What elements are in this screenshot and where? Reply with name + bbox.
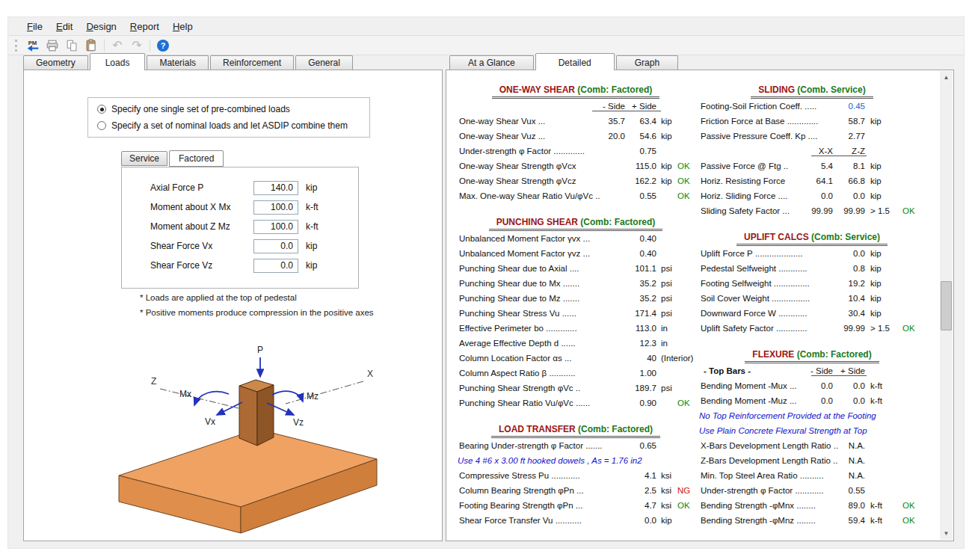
pm-report-button[interactable]: PM [24, 37, 42, 55]
z-axis-label: Z [151, 376, 156, 387]
copy-button[interactable] [63, 37, 81, 55]
report-row: Friction Force at Base .............58.7… [699, 114, 925, 129]
report-row: One-way Shear Vuz ...20.054.6kip [458, 129, 694, 144]
shear-force-vz-label: Shear Force Vz [150, 260, 253, 271]
tab-geometry[interactable]: Geometry [23, 55, 88, 70]
redo-icon: ↷ [132, 40, 141, 52]
app-window: FileEditDesignReportHelp PM [0, 0, 972, 560]
report-row: Footing Selfweight ...............19.2ki… [699, 276, 925, 291]
vx-shear-label: Vx [205, 416, 215, 427]
moment-about-z-mz-input[interactable] [253, 220, 298, 234]
report-row: Downward Force W ............30.4kip [699, 306, 925, 321]
menu-help[interactable]: Help [166, 19, 200, 34]
mx-moment-arrow [194, 392, 229, 405]
report-row: One-way Shear Strength φVcx115.0kipOK [458, 159, 694, 173]
report-row: Under-strength φ Factor .............0.7… [458, 144, 694, 159]
section-header: FLEXURE (Comb: Factored) [699, 347, 925, 361]
section-title: PUNCHING SHEAR [496, 217, 581, 227]
x-axis-line [286, 381, 363, 404]
report-row: Z-Bars Development Length Ratio ..N.A. [699, 453, 925, 468]
tab-general[interactable]: General [295, 55, 353, 70]
moment-about-z-mz-unit: k-ft [306, 221, 319, 232]
section-header: ONE-WAY SHEAR (Comb: Factored) [458, 82, 694, 96]
shear-force-vx-unit: kip [306, 241, 317, 251]
asdip-window: FileEditDesignReportHelp PM [7, 16, 965, 549]
report-row: Punching Shear due to Mz .......35.2psi [458, 291, 694, 306]
mx-moment-label: Mx [179, 389, 191, 399]
moment-about-x-mx-row: Moment about X Mxk-ft [122, 197, 358, 217]
report-section: SLIDING (Comb. Service)Footing-Soil Fric… [699, 82, 925, 218]
report-row: Footing Bearing Strength φPn ...4.7ksiOK [458, 498, 694, 513]
tab-loads[interactable]: Loads [90, 53, 146, 70]
axial-force-p-input[interactable] [253, 181, 298, 195]
copy-icon [64, 38, 79, 53]
report-row: Uplift Safety Factor .............99.99>… [699, 321, 925, 336]
report-note: No Top Reinforcement Provided at the Foo… [699, 408, 925, 423]
subtab-factored[interactable]: Factored [169, 150, 224, 167]
scroll-down-arrow-icon[interactable]: ▼ [940, 527, 953, 540]
load-case-tab-strip: ServiceFactored [121, 150, 225, 166]
subtab-service[interactable]: Service [121, 151, 167, 166]
shear-force-vx-row: Shear Force Vxkip [122, 236, 358, 256]
section-combination: (Comb. Service) [797, 84, 865, 95]
tab-materials[interactable]: Materials [147, 55, 209, 70]
load-footnotes: * Loads are applied at the top of pedest… [140, 290, 374, 320]
help-button[interactable]: ? [154, 37, 172, 55]
tab-at-a-glance[interactable]: At a Glance [449, 55, 534, 70]
section-title: SLIDING [758, 84, 797, 95]
report-row: Max. One-way Shear Ratio Vu/φVc ..0.55OK [458, 188, 694, 203]
undo-button[interactable]: ↶ [108, 37, 126, 55]
menu-file[interactable]: File [20, 19, 49, 34]
tab-reinforcement[interactable]: Reinforcement [210, 55, 294, 70]
load-mode-option-1[interactable]: Specify one single set of pre-combined l… [97, 104, 360, 114]
report-row: Horiz. Resisting Force64.166.8kip [699, 173, 925, 188]
load-mode-option-2[interactable]: Specify a set of nominal loads and let A… [97, 120, 360, 131]
tab-graph[interactable]: Graph [616, 55, 678, 70]
report-row: Bending Moment -Mux ...0.00.0k-ft [699, 378, 925, 393]
radio-unselected-icon [97, 121, 106, 130]
shear-force-vz-input[interactable] [253, 259, 298, 273]
footing-load-diagram: Z X P Mx Mz Vx Vz [108, 324, 392, 541]
mz-moment-label: Mz [307, 391, 319, 401]
shear-force-vx-input[interactable] [253, 239, 298, 253]
right-tab-strip: At a GlanceDetailedGraph [449, 53, 680, 70]
report-row: Under-strength φ Factor ............0.55 [699, 483, 925, 498]
axial-force-p-label: Axial Force P [150, 182, 253, 193]
menu-bar: FileEditDesignReportHelp [8, 17, 964, 35]
paste-button[interactable] [82, 37, 100, 55]
report-row: Bending Moment -Muz ...0.00.0k-ft [699, 393, 925, 408]
section-title: FLEXURE [752, 349, 796, 360]
section-combination: (Comb: Service) [811, 232, 880, 242]
section-combination: (Comb: Factored) [797, 349, 872, 360]
column-subheader: - Side+ Side [458, 99, 694, 114]
menu-design[interactable]: Design [79, 19, 123, 34]
toolbar-separator [104, 40, 105, 52]
moment-about-x-mx-label: Moment about X Mx [150, 202, 253, 212]
toolbar: PM [8, 35, 964, 55]
report-section: LOAD TRANSFER (Comb: Factored)Bearing Un… [458, 422, 694, 528]
report-note: Use Plain Concrete Flexural Strength at … [699, 423, 925, 438]
scroll-thumb[interactable] [941, 281, 952, 330]
report-row: Column Aspect Ratio β ...........1.00 [458, 366, 694, 381]
section-title: ONE-WAY SHEAR [499, 84, 578, 95]
section-combination: (Comb: Factored) [578, 424, 653, 434]
report-row: Average Effective Depth d ......12.3in [458, 336, 694, 351]
menu-report[interactable]: Report [123, 19, 166, 34]
radio-option-label: Specify one single set of pre-combined l… [111, 104, 290, 114]
shear-force-vz-row: Shear Force Vzkip [122, 256, 358, 275]
report-row: Punching Shear due to Mx .......35.2psi [458, 276, 694, 291]
print-button[interactable] [43, 37, 61, 55]
menu-edit[interactable]: Edit [49, 19, 79, 34]
results-scrollbar[interactable]: ▲ ▼ [940, 71, 953, 540]
report-row: Effective Perimeter bo .............113.… [458, 321, 694, 336]
report-row: Passive Force @ Ftg ..5.48.1kip [699, 159, 925, 173]
scroll-up-arrow-icon[interactable]: ▲ [940, 71, 953, 84]
report-row: Compressive Stress Pu ............4.1ksi [458, 468, 694, 483]
toolbar-grip[interactable] [15, 40, 17, 52]
tab-detailed[interactable]: Detailed [535, 53, 615, 70]
results-column-left: ONE-WAY SHEAR (Comb: Factored)- Side+ Si… [458, 82, 694, 539]
moment-about-x-mx-input[interactable] [253, 200, 298, 215]
redo-button[interactable]: ↷ [128, 37, 146, 55]
report-row: Unbalanced Moment Factor γvx ...0.40 [458, 231, 694, 246]
report-row: Horiz. Sliding Force ....0.00.0kip [699, 188, 925, 203]
